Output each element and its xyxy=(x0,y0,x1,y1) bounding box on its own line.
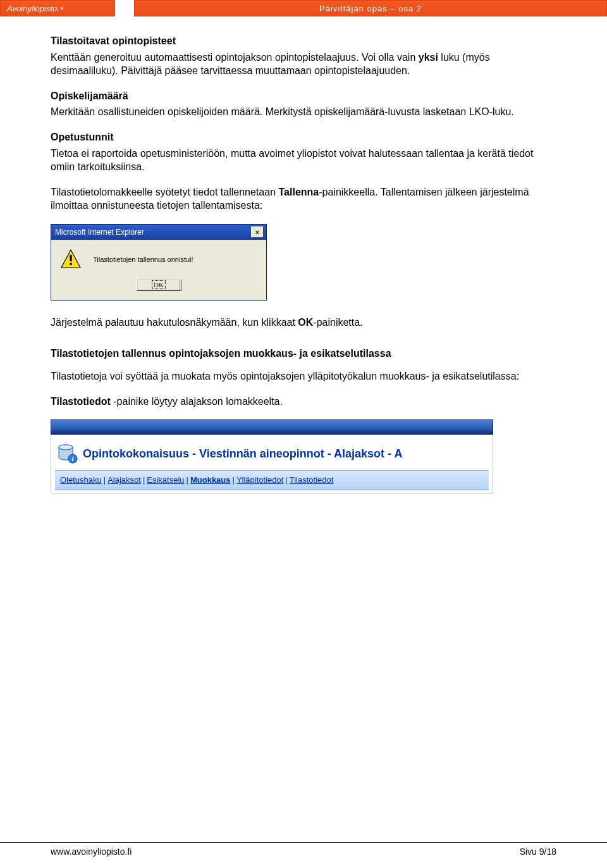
heading-tilastotietojen: Tilastotietojen tallennus opintojaksojen… xyxy=(51,347,556,361)
close-icon[interactable]: × xyxy=(251,226,264,238)
svg-rect-1 xyxy=(70,255,71,261)
tab-esikatselu[interactable]: Esikatselu xyxy=(147,475,184,485)
svg-rect-2 xyxy=(70,263,71,264)
breadcrumb-text: Opintokokonaisuus - Viestinnän aineopinn… xyxy=(83,446,402,461)
text-tilastoitavat: Kenttään generoituu automaattisesti opin… xyxy=(51,51,556,78)
heading-opetustunnit: Opetustunnit xyxy=(51,130,556,144)
section-opiskelijamaara: Opiskelijamäärä Merkitään osallistuneide… xyxy=(51,89,556,119)
dialog-titlebar: Microsoft Internet Explorer × xyxy=(51,225,266,240)
section-tilastotiedot: Tilastotiedot -painike löytyy alajakson … xyxy=(51,395,556,409)
section-opetustunnit: Opetustunnit Tietoa ei raportoida opetus… xyxy=(51,130,556,174)
logo: Avoinyliopisto.fi xyxy=(0,0,115,16)
nav-tabs: Oletushaku|Alajaksot|Esikatselu|Muokkaus… xyxy=(55,470,489,490)
text-tallenna: Tilastotietolomakkeelle syötetyt tiedot … xyxy=(51,185,556,213)
text-tilastotietojen: Tilastotietoja voi syöttää ja muokata my… xyxy=(51,369,556,383)
tab-muokkaus[interactable]: Muokkaus xyxy=(190,475,231,485)
footer-left: www.avoinyliopisto.fi xyxy=(51,846,132,857)
nav-body: i Opintokokonaisuus - Viestinnän aineopi… xyxy=(51,435,493,493)
header-title: Päivittäjän opas – osa 2 xyxy=(134,0,607,16)
header-gap xyxy=(115,0,134,16)
tab-tilastotiedot[interactable]: Tilastotiedot xyxy=(290,475,334,485)
tab-yllapitotiedot[interactable]: Ylläpitotiedot xyxy=(236,475,283,485)
nav-screenshot: i Opintokokonaisuus - Viestinnän aineopi… xyxy=(51,419,493,493)
dialog-title: Microsoft Internet Explorer xyxy=(55,227,144,237)
dialog-message: Tilastotietojen tallennus onnistui! xyxy=(93,255,193,264)
svg-point-4 xyxy=(59,445,73,450)
warning-icon xyxy=(60,249,82,270)
alert-dialog: Microsoft Internet Explorer × Tilastotie… xyxy=(51,224,267,301)
heading-opiskelijamaara: Opiskelijamäärä xyxy=(51,89,556,103)
footer-right: Sivu 9/18 xyxy=(520,846,556,857)
nav-toolbar xyxy=(51,419,493,435)
ok-button[interactable]: OK xyxy=(136,279,181,291)
section-ok-return: Järjestelmä palautuu hakutulosnäkymään, … xyxy=(51,316,556,330)
logo-superscript: fi xyxy=(61,6,63,11)
tab-oletushaku[interactable]: Oletushaku xyxy=(60,475,102,485)
section-tilastoitavat: Tilastoitavat opintopisteet Kenttään gen… xyxy=(51,34,556,78)
database-icon: i xyxy=(56,443,78,464)
breadcrumb: i Opintokokonaisuus - Viestinnän aineopi… xyxy=(55,438,489,470)
page-footer: www.avoinyliopisto.fi Sivu 9/18 xyxy=(0,842,607,857)
text-ok-return: Järjestelmä palautuu hakutulosnäkymään, … xyxy=(51,316,556,330)
text-tilastotiedot: Tilastotiedot -painike löytyy alajakson … xyxy=(51,395,556,409)
text-opiskelijamaara: Merkitään osallistuneiden opiskelijoiden… xyxy=(51,105,556,119)
text-opetustunnit: Tietoa ei raportoida opetusministeriöön,… xyxy=(51,147,556,174)
section-tallenna: Tilastotietolomakkeelle syötetyt tiedot … xyxy=(51,185,556,213)
document-body: Tilastoitavat opintopisteet Kenttään gen… xyxy=(0,16,607,493)
page-header: Avoinyliopisto.fi Päivittäjän opas – osa… xyxy=(0,0,607,16)
logo-text: Avoinyliopisto. xyxy=(7,4,59,13)
heading-tilastoitavat: Tilastoitavat opintopisteet xyxy=(51,34,556,48)
tab-alajaksot[interactable]: Alajaksot xyxy=(107,475,141,485)
section-tilastotietojen: Tilastotietojen tallennus opintojaksojen… xyxy=(51,347,556,383)
